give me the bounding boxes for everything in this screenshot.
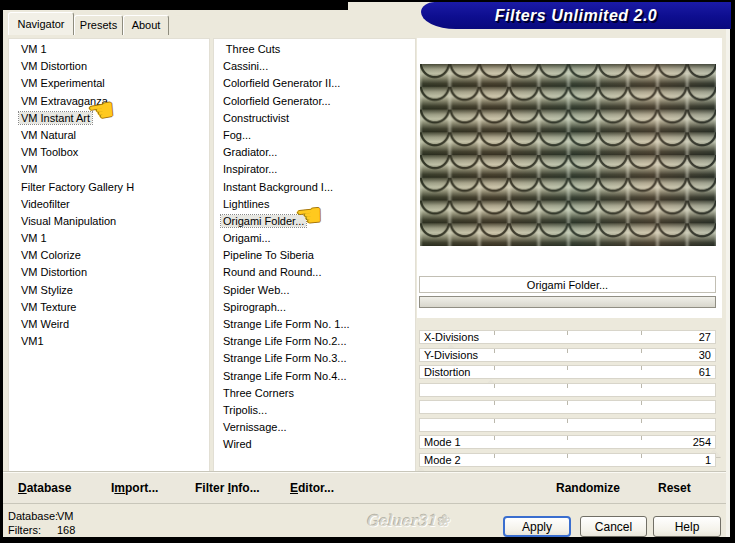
slider-label: Y-Divisions [424,349,478,361]
filter-item[interactable]: Tripolis... [214,402,415,419]
editor-button[interactable]: Editor... [290,480,334,496]
category-item[interactable]: Visual Manipulation [9,213,209,230]
watermark-signature: Geluer31❀ [366,512,449,530]
flower-glyph: ❀ [436,512,449,530]
slider-value: 61 [699,366,711,378]
slider-label: Mode 2 [424,454,461,466]
slider-label: X-Divisions [424,331,479,343]
database-status-value: VM [57,509,74,523]
filter-item[interactable]: Three Cuts [214,41,415,58]
title-banner: Filters Unlimited 2.0 [421,2,731,29]
category-item[interactable]: Videofilter [9,196,209,213]
filter-item[interactable]: Lightlines [214,196,415,213]
category-item[interactable]: VM Weird [9,316,209,333]
slider-value: 1 [705,454,711,466]
slider-value: 27 [699,331,711,343]
filter-item[interactable]: Spider Web... [214,282,415,299]
filter-item[interactable]: Inspirator... [214,161,415,178]
window-right-edge [726,2,730,537]
slider-value: 254 [693,436,711,448]
filter-item[interactable]: Strange Life Form No.3... [214,350,415,367]
apply-button[interactable]: Apply [503,516,571,537]
import-button[interactable]: Import... [111,480,158,496]
tab-about[interactable]: About [123,15,169,35]
slider-unused [419,400,716,414]
filter-item-selected[interactable]: Origami Folder... [214,213,415,230]
reset-button[interactable]: Reset [658,480,691,496]
filters-count-label: Filters: [8,523,41,537]
slider-label: Distortion [424,366,470,378]
category-item[interactable]: VM Distortion [9,264,209,281]
category-item[interactable]: VM Toolbox [9,144,209,161]
category-item[interactable]: VM Colorize [9,247,209,264]
filter-item[interactable]: Colorfield Generator II... [214,75,415,92]
filter-list: Three Cuts Cassini... Colorfield Generat… [213,38,416,474]
filter-item[interactable]: Strange Life Form No.2... [214,333,415,350]
active-filter-name: Origami Folder... [419,276,716,293]
slider-unused [419,418,716,432]
filters-unlimited-window: Filters Unlimited 2.0 Navigator Presets … [0,0,735,543]
filter-item[interactable]: Vernissage... [214,419,415,436]
slider-x-divisions[interactable]: X-Divisions 27 [419,330,716,344]
filter-item[interactable]: Spirograph... [214,299,415,316]
filter-info-button[interactable]: Filter Info... [195,480,260,496]
filter-item[interactable]: Origami... [214,230,415,247]
slider-label: Mode 1 [424,436,461,448]
slider-mode-2[interactable]: Mode 2 1 [419,453,716,467]
filter-item[interactable]: Strange Life Form No.4... [214,368,415,385]
category-item[interactable]: Filter Factory Gallery H [9,179,209,196]
slider-distortion[interactable]: Distortion 61 [419,365,716,379]
filter-item[interactable]: Instant Background I... [214,179,415,196]
slider-y-divisions[interactable]: Y-Divisions 30 [419,348,716,362]
database-button[interactable]: Database [18,480,71,496]
app-title: Filters Unlimited 2.0 [421,2,731,29]
category-item-selected[interactable]: VM Instant Art [9,110,209,127]
category-list: VM 1 VM Distortion VM Experimental VM Ex… [8,38,210,474]
category-item[interactable]: VM Extravaganza [9,93,209,110]
category-item[interactable]: VM Texture [9,299,209,316]
slider-unused [419,383,716,397]
cancel-button[interactable]: Cancel [580,516,647,537]
filter-item[interactable]: Wired [214,436,415,453]
category-item[interactable]: VM 1 [9,41,209,58]
filter-item[interactable]: Strange Life Form No. 1... [214,316,415,333]
database-status-label: Database: [8,509,58,523]
category-item[interactable]: VM Natural [9,127,209,144]
filter-item[interactable]: Pipeline To Siberia [214,247,415,264]
help-button[interactable]: Help [653,516,721,537]
category-item[interactable]: VM 1 [9,230,209,247]
randomize-button[interactable]: Randomize [556,480,620,496]
filter-item[interactable]: Constructivist [214,110,415,127]
category-item[interactable]: VM Distortion [9,58,209,75]
category-item[interactable]: VM Experimental [9,75,209,92]
tab-navigator[interactable]: Navigator [8,12,74,35]
filter-item[interactable]: Gradiator... [214,144,415,161]
filter-item[interactable]: Cassini... [214,58,415,75]
filters-count-value: 168 [57,523,75,537]
filter-preview-image [420,64,716,246]
filter-item[interactable]: Three Corners [214,385,415,402]
filter-item[interactable]: Fog... [214,127,415,144]
tab-presets[interactable]: Presets [74,15,123,35]
slider-mode-1[interactable]: Mode 1 254 [419,435,716,449]
progress-bar [419,296,716,308]
category-item[interactable]: VM [9,161,209,178]
slider-value: 30 [699,349,711,361]
category-item[interactable]: VM1 [9,333,209,350]
window-top-frame [0,0,348,10]
category-item[interactable]: VM Stylize [9,282,209,299]
filter-item[interactable]: Round and Round... [214,264,415,281]
filter-item[interactable]: Colorfield Generator... [214,93,415,110]
